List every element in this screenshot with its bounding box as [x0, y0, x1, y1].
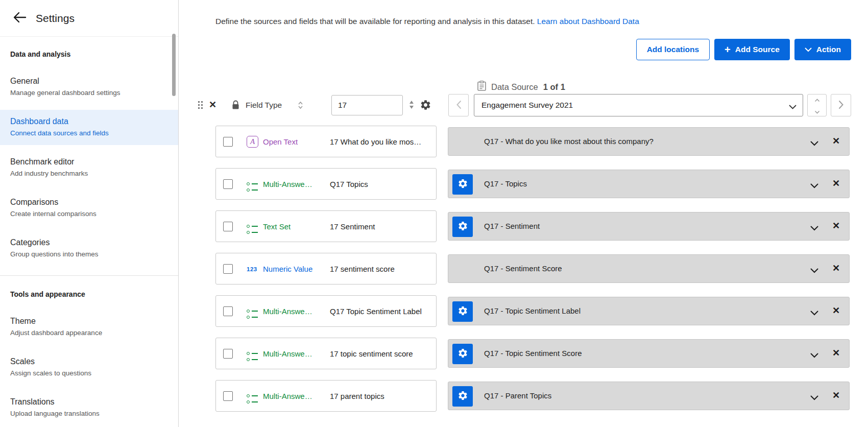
- field-checkbox[interactable]: [223, 349, 233, 359]
- chevron-down-icon[interactable]: [810, 309, 818, 318]
- field-settings-button[interactable]: [452, 217, 473, 237]
- field-settings-button[interactable]: [452, 344, 473, 364]
- settings-sidebar: Settings Data and analysis General Manag…: [0, 0, 179, 427]
- remove-field-icon[interactable]: ✕: [832, 135, 840, 148]
- field-checkbox[interactable]: [223, 137, 233, 147]
- sidebar-item-translations[interactable]: Translations Upload language translation…: [0, 390, 178, 425]
- mapped-field-bar: Q17 - Topic Sentiment Label ✕: [448, 297, 850, 325]
- field-card[interactable]: 123 Numeric Value 17 sentiment score: [215, 253, 437, 284]
- mapped-field-bar: Q17 - Sentiment Score ✕: [448, 254, 850, 283]
- field-card[interactable]: Text Set 17 Sentiment: [215, 210, 437, 242]
- field-checkbox[interactable]: [223, 391, 233, 401]
- sidebar-item-label: General: [10, 76, 168, 86]
- chevron-down-icon[interactable]: [810, 351, 818, 360]
- next-source-button[interactable]: [831, 94, 851, 116]
- field-card[interactable]: Multi-Answe… Q17 Topic Sentiment Label: [215, 295, 437, 327]
- chevron-right-icon: [838, 100, 844, 111]
- remove-field-icon[interactable]: ✕: [832, 262, 840, 275]
- sidebar-item-benchmark-editor[interactable]: Benchmark editor Add industry benchmarks: [0, 150, 178, 185]
- sidebar-item-label: Theme: [10, 316, 168, 326]
- lock-icon[interactable]: [232, 100, 239, 112]
- field-name: Q17 Topic Sentiment Label: [330, 296, 422, 327]
- sidebar-item-label: Benchmark editor: [10, 157, 168, 167]
- gear-icon: [457, 305, 468, 318]
- multi-answer-icon: [247, 390, 260, 402]
- sort-icon[interactable]: [298, 101, 303, 111]
- field-type-label: Open Text: [263, 126, 298, 158]
- field-settings-button[interactable]: [452, 386, 473, 407]
- field-card[interactable]: A Open Text 17 What do you like mos…: [215, 126, 437, 157]
- field-name: Q17 Topics: [330, 169, 368, 200]
- sidebar-scrollbar[interactable]: [172, 34, 176, 96]
- remove-field-icon[interactable]: ✕: [832, 347, 840, 360]
- field-row: Text Set 17 Sentiment Q17 - Sentiment ✕: [215, 210, 850, 242]
- field-checkbox[interactable]: [223, 306, 233, 316]
- field-settings-button[interactable]: [452, 301, 473, 322]
- sidebar-item-label: Scales: [10, 357, 168, 367]
- field-checkbox[interactable]: [223, 264, 233, 274]
- field-row: Multi-Answe… 17 parent topics Q17 - Pare…: [215, 380, 850, 412]
- data-source-select[interactable]: Engagement Survey 2021: [474, 94, 803, 116]
- close-icon[interactable]: ✕: [209, 99, 216, 111]
- remove-field-icon[interactable]: ✕: [832, 177, 840, 190]
- chevron-down-icon: [814, 107, 820, 116]
- learn-about-dashboard-data-link[interactable]: Learn about Dashboard Data: [537, 17, 639, 26]
- open-text-icon: A: [247, 136, 260, 148]
- field-name: 17 topic sentiment score: [330, 338, 413, 370]
- data-source-header: Data Source 1 of 1: [477, 81, 565, 93]
- sidebar-item-comparisons[interactable]: Comparisons Create internal comparisons: [0, 191, 178, 226]
- field-checkbox[interactable]: [223, 179, 233, 189]
- mapped-field-bar: Q17 - Topics ✕: [448, 170, 850, 198]
- remove-field-icon[interactable]: ✕: [832, 220, 840, 232]
- sidebar-item-label: Dashboard data: [10, 116, 168, 127]
- add-source-button[interactable]: + Add Source: [714, 39, 790, 60]
- data-source-label: Data Source: [491, 82, 538, 92]
- settings-page: Settings Data and analysis General Manag…: [0, 0, 868, 427]
- stepper-icon[interactable]: [409, 101, 414, 109]
- field-card[interactable]: Multi-Answe… 17 topic sentiment score: [215, 338, 437, 369]
- gear-icon: [457, 178, 468, 191]
- sidebar-section-heading: Data and analysis: [0, 50, 178, 58]
- chevron-left-icon: [456, 100, 462, 111]
- chevron-down-icon[interactable]: [810, 393, 818, 402]
- add-locations-button[interactable]: Add locations: [636, 39, 710, 60]
- action-buttons: Add locations + Add Source Action: [636, 39, 851, 60]
- sidebar-item-label: Translations: [10, 397, 168, 407]
- sidebar-item-categories[interactable]: Categories Group questions into themes: [0, 231, 178, 266]
- field-name: 17 Sentiment: [330, 211, 375, 243]
- field-checkbox[interactable]: [223, 222, 233, 231]
- drag-handle-icon[interactable]: [198, 101, 203, 111]
- multi-answer-icon: [247, 178, 260, 191]
- field-card[interactable]: Multi-Answe… 17 parent topics: [215, 380, 437, 412]
- field-settings-button[interactable]: [452, 174, 473, 195]
- field-row: A Open Text 17 What do you like mos… Q17…: [215, 126, 850, 157]
- remove-field-icon[interactable]: ✕: [832, 304, 840, 317]
- sidebar-item-scales[interactable]: Scales Assign scales to questions: [0, 350, 178, 385]
- sidebar-item-label: Categories: [10, 238, 168, 248]
- field-name: 17 sentiment score: [330, 253, 395, 285]
- sidebar-item-theme[interactable]: Theme Adjust dashboard appearance: [0, 310, 178, 345]
- source-stepper[interactable]: [807, 94, 827, 116]
- previous-source-button[interactable]: [448, 94, 469, 116]
- field-filter-input[interactable]: [331, 95, 403, 115]
- chevron-down-icon[interactable]: [810, 139, 818, 148]
- column-settings-gear-icon[interactable]: [420, 99, 431, 113]
- chevron-down-icon[interactable]: [810, 181, 818, 191]
- sidebar-item-dashboard-data[interactable]: Dashboard data Connect data sources and …: [0, 110, 178, 145]
- text-set-icon: [247, 221, 260, 233]
- field-rows: A Open Text 17 What do you like mos… Q17…: [215, 126, 850, 412]
- remove-field-icon[interactable]: ✕: [832, 389, 840, 402]
- chevron-down-icon: [805, 45, 812, 54]
- chevron-down-icon[interactable]: [810, 224, 818, 233]
- mapped-field-bar: Q17 - What do you like most about this c…: [448, 127, 850, 156]
- field-type-label: Multi-Answe…: [263, 381, 312, 412]
- back-button[interactable]: [12, 11, 28, 26]
- mapped-field-bar: Q17 - Sentiment ✕: [448, 212, 850, 241]
- mapped-field-label: Q17 - Topics: [484, 170, 527, 198]
- action-button[interactable]: Action: [794, 39, 851, 60]
- sidebar-item-sublabel: Adjust dashboard appearance: [10, 328, 168, 338]
- chevron-down-icon[interactable]: [810, 266, 818, 275]
- field-toolbar: ✕ Field Type Engagement Survey 2021: [179, 94, 868, 116]
- sidebar-item-general[interactable]: General Manage general dashboard setting…: [0, 69, 178, 105]
- field-card[interactable]: Multi-Answe… Q17 Topics: [215, 168, 437, 200]
